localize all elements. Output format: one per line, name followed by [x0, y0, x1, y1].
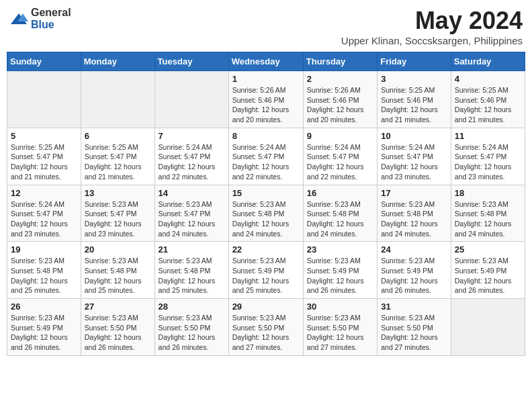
logo-general: General [31, 7, 71, 18]
day-info: Sunrise: 5:23 AMSunset: 5:48 PMDaylight:… [232, 199, 300, 239]
day-info: Sunrise: 5:23 AMSunset: 5:49 PMDaylight:… [11, 313, 77, 353]
day-info: Sunrise: 5:23 AMSunset: 5:50 PMDaylight:… [85, 313, 151, 353]
calendar-cell: 30Sunrise: 5:23 AMSunset: 5:50 PMDayligh… [303, 299, 377, 356]
calendar-cell: 12Sunrise: 5:24 AMSunset: 5:47 PMDayligh… [7, 185, 81, 242]
day-info: Sunrise: 5:24 AMSunset: 5:47 PMDaylight:… [11, 199, 77, 239]
day-number: 31 [381, 302, 447, 312]
day-info: Sunrise: 5:25 AMSunset: 5:46 PMDaylight:… [381, 85, 447, 125]
day-info: Sunrise: 5:25 AMSunset: 5:46 PMDaylight:… [455, 85, 521, 125]
calendar-body: 1Sunrise: 5:26 AMSunset: 5:46 PMDaylight… [7, 71, 525, 356]
calendar-cell: 11Sunrise: 5:24 AMSunset: 5:47 PMDayligh… [451, 128, 525, 185]
day-number: 27 [85, 302, 151, 312]
day-number: 19 [11, 244, 77, 255]
day-number: 1 [232, 74, 300, 84]
calendar-header: SundayMondayTuesdayWednesdayThursdayFrid… [7, 52, 525, 71]
day-number: 20 [85, 244, 151, 255]
day-number: 3 [381, 74, 447, 84]
day-number: 10 [381, 131, 447, 141]
calendar-cell: 19Sunrise: 5:23 AMSunset: 5:48 PMDayligh… [7, 242, 81, 299]
day-info: Sunrise: 5:23 AMSunset: 5:50 PMDaylight:… [307, 313, 373, 353]
header-tuesday: Tuesday [154, 52, 228, 71]
day-number: 5 [11, 131, 77, 141]
day-number: 16 [307, 188, 373, 198]
logo-text: General Blue [31, 7, 71, 31]
calendar-cell: 22Sunrise: 5:23 AMSunset: 5:49 PMDayligh… [228, 242, 303, 299]
title-section: May 2024 Upper Klinan, Soccsksargen, Phi… [341, 7, 523, 46]
day-info: Sunrise: 5:23 AMSunset: 5:50 PMDaylight:… [159, 313, 225, 353]
day-info: Sunrise: 5:23 AMSunset: 5:48 PMDaylight:… [455, 199, 521, 239]
day-info: Sunrise: 5:26 AMSunset: 5:46 PMDaylight:… [307, 85, 373, 125]
day-info: Sunrise: 5:23 AMSunset: 5:48 PMDaylight:… [307, 199, 373, 239]
calendar-cell: 18Sunrise: 5:23 AMSunset: 5:48 PMDayligh… [451, 185, 525, 242]
calendar-cell: 25Sunrise: 5:23 AMSunset: 5:49 PMDayligh… [451, 242, 525, 299]
day-info: Sunrise: 5:23 AMSunset: 5:48 PMDaylight:… [381, 199, 447, 239]
calendar-cell: 29Sunrise: 5:23 AMSunset: 5:50 PMDayligh… [228, 299, 303, 356]
calendar-cell: 23Sunrise: 5:23 AMSunset: 5:49 PMDayligh… [303, 242, 377, 299]
day-number: 26 [11, 302, 77, 312]
calendar-cell: 9Sunrise: 5:24 AMSunset: 5:47 PMDaylight… [303, 128, 377, 185]
header-thursday: Thursday [303, 52, 377, 71]
calendar-cell: 21Sunrise: 5:23 AMSunset: 5:48 PMDayligh… [154, 242, 228, 299]
day-info: Sunrise: 5:24 AMSunset: 5:47 PMDaylight:… [307, 142, 373, 182]
calendar-cell: 14Sunrise: 5:23 AMSunset: 5:47 PMDayligh… [154, 185, 228, 242]
day-number: 30 [307, 302, 373, 312]
calendar-cell: 26Sunrise: 5:23 AMSunset: 5:49 PMDayligh… [7, 299, 81, 356]
calendar-cell: 15Sunrise: 5:23 AMSunset: 5:48 PMDayligh… [228, 185, 303, 242]
calendar-cell: 1Sunrise: 5:26 AMSunset: 5:46 PMDaylight… [228, 71, 303, 128]
day-number: 6 [85, 131, 151, 141]
page-header: General Blue May 2024 Upper Klinan, Socc… [7, 7, 525, 46]
day-info: Sunrise: 5:23 AMSunset: 5:47 PMDaylight:… [85, 199, 151, 239]
logo-icon [9, 12, 28, 26]
calendar-cell: 16Sunrise: 5:23 AMSunset: 5:48 PMDayligh… [303, 185, 377, 242]
day-info: Sunrise: 5:24 AMSunset: 5:47 PMDaylight:… [455, 142, 521, 182]
calendar-cell: 5Sunrise: 5:25 AMSunset: 5:47 PMDaylight… [7, 128, 81, 185]
day-number: 13 [85, 188, 151, 198]
day-number: 9 [307, 131, 373, 141]
header-monday: Monday [81, 52, 154, 71]
calendar-cell: 10Sunrise: 5:24 AMSunset: 5:47 PMDayligh… [378, 128, 451, 185]
subtitle: Upper Klinan, Soccsksargen, Philippines [341, 35, 523, 46]
header-row: SundayMondayTuesdayWednesdayThursdayFrid… [7, 52, 525, 71]
calendar-cell [81, 71, 154, 128]
calendar-cell: 3Sunrise: 5:25 AMSunset: 5:46 PMDaylight… [378, 71, 451, 128]
day-number: 24 [381, 244, 447, 255]
calendar-cell: 2Sunrise: 5:26 AMSunset: 5:46 PMDaylight… [303, 71, 377, 128]
day-number: 15 [232, 188, 300, 198]
header-saturday: Saturday [451, 52, 525, 71]
calendar-cell [154, 71, 228, 128]
day-number: 22 [232, 244, 300, 255]
header-friday: Friday [378, 52, 451, 71]
day-info: Sunrise: 5:23 AMSunset: 5:49 PMDaylight:… [232, 256, 300, 295]
day-number: 23 [307, 244, 373, 255]
day-number: 17 [381, 188, 447, 198]
day-info: Sunrise: 5:25 AMSunset: 5:47 PMDaylight:… [85, 142, 151, 182]
header-wednesday: Wednesday [228, 52, 303, 71]
day-number: 14 [159, 188, 225, 198]
day-info: Sunrise: 5:24 AMSunset: 5:47 PMDaylight:… [159, 142, 225, 182]
week-row-1: 5Sunrise: 5:25 AMSunset: 5:47 PMDaylight… [7, 128, 525, 185]
calendar-cell: 28Sunrise: 5:23 AMSunset: 5:50 PMDayligh… [154, 299, 228, 356]
calendar-cell [7, 71, 81, 128]
calendar-cell: 31Sunrise: 5:23 AMSunset: 5:50 PMDayligh… [378, 299, 451, 356]
week-row-0: 1Sunrise: 5:26 AMSunset: 5:46 PMDaylight… [7, 71, 525, 128]
calendar-cell: 17Sunrise: 5:23 AMSunset: 5:48 PMDayligh… [378, 185, 451, 242]
calendar-cell: 20Sunrise: 5:23 AMSunset: 5:48 PMDayligh… [81, 242, 154, 299]
calendar-cell: 24Sunrise: 5:23 AMSunset: 5:49 PMDayligh… [378, 242, 451, 299]
day-info: Sunrise: 5:26 AMSunset: 5:46 PMDaylight:… [232, 85, 300, 125]
main-title: May 2024 [341, 7, 523, 35]
day-info: Sunrise: 5:23 AMSunset: 5:50 PMDaylight:… [381, 313, 447, 353]
day-info: Sunrise: 5:23 AMSunset: 5:49 PMDaylight:… [307, 256, 373, 295]
day-number: 29 [232, 302, 300, 312]
day-number: 7 [159, 131, 225, 141]
day-number: 28 [159, 302, 225, 312]
logo-blue: Blue [31, 19, 54, 30]
day-number: 21 [159, 244, 225, 255]
week-row-2: 12Sunrise: 5:24 AMSunset: 5:47 PMDayligh… [7, 185, 525, 242]
day-info: Sunrise: 5:23 AMSunset: 5:49 PMDaylight:… [455, 256, 521, 295]
day-number: 2 [307, 74, 373, 84]
calendar-cell [451, 299, 525, 356]
day-info: Sunrise: 5:23 AMSunset: 5:47 PMDaylight:… [159, 199, 225, 239]
day-info: Sunrise: 5:23 AMSunset: 5:49 PMDaylight:… [381, 256, 447, 295]
day-info: Sunrise: 5:23 AMSunset: 5:50 PMDaylight:… [232, 313, 300, 353]
day-info: Sunrise: 5:23 AMSunset: 5:48 PMDaylight:… [11, 256, 77, 295]
